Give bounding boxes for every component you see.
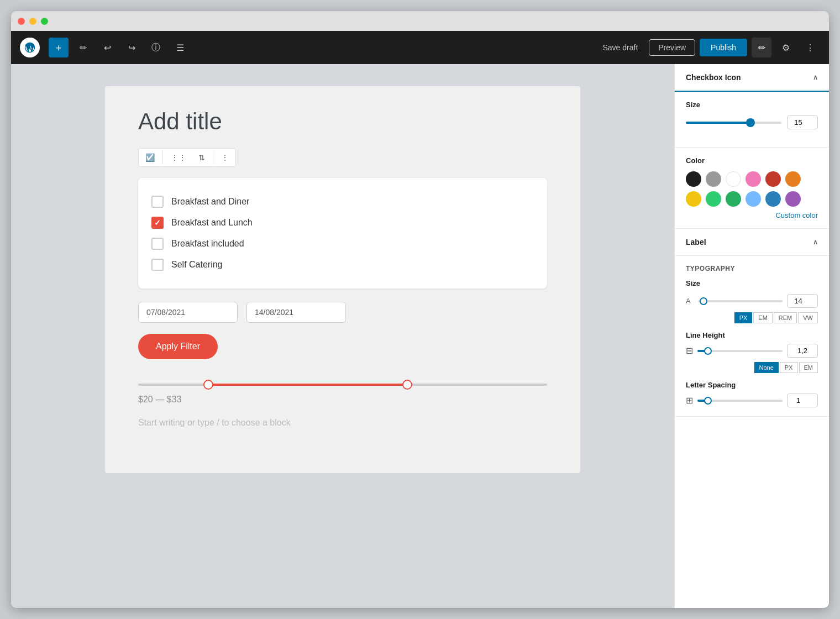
page-title[interactable]: Add title [138, 108, 547, 135]
undo-button[interactable]: ↩ [97, 38, 117, 57]
list-view-button[interactable]: ☰ [170, 38, 190, 57]
preview-button[interactable]: Preview [649, 39, 695, 56]
color-swatch-black[interactable] [686, 171, 701, 187]
range-thumb-left[interactable] [203, 380, 213, 390]
date-from-input[interactable] [138, 302, 238, 323]
more-options-button[interactable]: ⋮ [800, 38, 820, 57]
color-swatch-orange[interactable] [785, 171, 801, 187]
unit-em-button[interactable]: EM [753, 312, 773, 323]
gear-icon: ⚙ [782, 43, 790, 53]
date-inputs [138, 302, 547, 323]
color-swatch-purple[interactable] [785, 191, 801, 207]
checkbox-label-1: Breakfast and Diner [171, 197, 249, 207]
label-title: Label [686, 238, 706, 246]
line-height-px-button[interactable]: PX [780, 362, 798, 373]
drag-icon: ⋮⋮ [171, 153, 186, 162]
block-type-button[interactable]: ☑️ [140, 150, 160, 165]
publish-button[interactable]: Publish [700, 39, 747, 56]
size-slider-track[interactable] [686, 122, 781, 124]
color-swatch-light-blue[interactable] [746, 191, 761, 207]
toolbar-right: Save draft Preview Publish ✏ ⚙ ⋮ [596, 38, 820, 57]
label-collapse-icon: ∧ [813, 238, 818, 246]
maximize-button[interactable] [41, 18, 48, 25]
checkbox-label-4: Self Catering [171, 260, 223, 270]
info-button[interactable]: ⓘ [146, 38, 166, 57]
checkbox-item-2: Breakfast and Lunch [151, 212, 534, 233]
checkbox-list-icon: ☑️ [145, 153, 155, 162]
color-swatch-white[interactable] [726, 171, 741, 187]
minimize-button[interactable] [29, 18, 36, 25]
redo-button[interactable]: ↪ [122, 38, 141, 57]
checkbox-item-3: Breakfast included [151, 233, 534, 254]
label-size-thumb[interactable] [700, 297, 707, 305]
unit-vw-button[interactable]: VW [798, 312, 818, 323]
letter-spacing-input[interactable] [787, 394, 818, 407]
date-to-input[interactable] [246, 302, 346, 323]
unit-px-button[interactable]: PX [734, 312, 753, 323]
undo-icon: ↩ [104, 43, 111, 53]
line-height-slider[interactable] [697, 350, 783, 352]
block-toolbar: ☑️ ⋮⋮ ⇅ ⋮ [138, 148, 236, 167]
checkbox-4[interactable] [151, 259, 164, 271]
arrows-icon: ⇅ [198, 153, 205, 162]
plus-icon: ＋ [54, 41, 64, 54]
save-draft-button[interactable]: Save draft [596, 40, 644, 55]
color-swatch-green[interactable] [726, 191, 741, 207]
edit-icon-button[interactable]: ✏ [752, 38, 771, 57]
range-thumb-right[interactable] [402, 380, 412, 390]
start-writing-placeholder[interactable]: Start writing or type / to choose a bloc… [138, 418, 547, 428]
unit-rem-button[interactable]: REM [774, 312, 797, 323]
color-swatch-light-green[interactable] [706, 191, 721, 207]
block-options-button[interactable]: ⋮ [216, 150, 234, 165]
settings-button[interactable]: ⚙ [776, 38, 796, 57]
range-track[interactable] [138, 384, 547, 386]
checkbox-icon-header[interactable]: Checkbox Icon ∧ [675, 64, 829, 92]
line-height-none-button[interactable]: None [754, 362, 779, 373]
checkbox-item-4: Self Catering [151, 254, 534, 275]
edit-pencil-icon: ✏ [758, 43, 765, 53]
label-header[interactable]: Label ∧ [675, 229, 829, 256]
edit-mode-button[interactable]: ✏ [73, 38, 93, 57]
line-height-row: ⊟ [686, 344, 818, 358]
line-height-em-button[interactable]: EM [799, 362, 818, 373]
collapse-chevron-icon: ∧ [813, 74, 818, 81]
color-row-1 [686, 171, 818, 187]
color-swatch-blue[interactable] [765, 191, 781, 207]
letter-spacing-label: Letter Spacing [686, 381, 818, 389]
label-section: Label ∧ Typography Size A [675, 229, 829, 417]
line-height-input[interactable] [787, 344, 818, 358]
checkbox-item-1: Breakfast and Diner [151, 191, 534, 212]
apply-filter-button[interactable]: Apply Filter [138, 334, 218, 359]
letter-spacing-slider[interactable] [697, 400, 783, 402]
line-height-units: None PX EM [686, 362, 818, 373]
price-label: $20 — $33 [138, 395, 547, 405]
line-height-thumb[interactable] [704, 347, 712, 355]
typography-label: Typography [686, 265, 818, 272]
color-swatch-yellow[interactable] [686, 191, 701, 207]
wp-toolbar: ＋ ✏ ↩ ↪ ⓘ ☰ Save draft Preview Publish [11, 31, 829, 64]
size-slider-thumb[interactable] [746, 118, 755, 127]
label-size-input[interactable] [787, 294, 818, 308]
color-section-body: Color [675, 148, 829, 228]
browser-titlebar [11, 11, 829, 31]
close-button[interactable] [18, 18, 25, 25]
letter-spacing-thumb[interactable] [704, 397, 712, 405]
checkbox-1[interactable] [151, 196, 164, 208]
add-block-button[interactable]: ＋ [49, 38, 69, 57]
color-swatch-red[interactable] [765, 171, 781, 187]
move-up-down-button[interactable]: ⇅ [193, 150, 211, 165]
checkbox-2[interactable] [151, 217, 164, 229]
info-icon: ⓘ [151, 42, 160, 54]
checkbox-icon-body: Size [675, 92, 829, 147]
toolbar-divider-2 [213, 151, 213, 164]
line-height-icon: ⊟ [686, 345, 693, 356]
drag-handle-button[interactable]: ⋮⋮ [165, 150, 192, 165]
size-input[interactable] [787, 116, 818, 129]
checkbox-3[interactable] [151, 238, 164, 250]
color-swatch-pink[interactable] [746, 171, 761, 187]
range-fill [212, 384, 404, 386]
color-swatch-gray[interactable] [706, 171, 721, 187]
custom-color-link[interactable]: Custom color [686, 211, 818, 219]
label-size-slider[interactable] [698, 300, 783, 302]
pencil-icon: ✏ [80, 43, 87, 53]
